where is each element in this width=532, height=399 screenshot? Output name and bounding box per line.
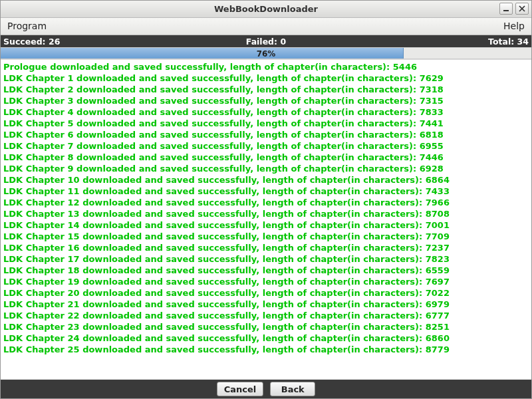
status-total-value: 34	[517, 37, 529, 47]
log-line: LDK Chapter 8 downloaded and saved succe…	[3, 152, 529, 163]
window-controls	[499, 3, 529, 15]
status-failed-label: Failed:	[246, 37, 277, 47]
log-line: LDK Chapter 25 downloaded and saved succ…	[3, 344, 529, 355]
progress-bar: 76%	[1, 47, 531, 59]
log-line: Prologue downloaded and saved successful…	[3, 61, 529, 72]
log-line: LDK Chapter 9 downloaded and saved succe…	[3, 163, 529, 174]
log-line: LDK Chapter 1 downloaded and saved succe…	[3, 72, 529, 84]
log-line: LDK Chapter 10 downloaded and saved succ…	[3, 174, 529, 186]
menu-program[interactable]: Program	[1, 18, 53, 35]
progress-label: 76%	[1, 48, 531, 59]
minimize-icon	[503, 5, 509, 12]
titlebar: WebBookDownloader	[1, 1, 531, 18]
log-line: LDK Chapter 12 downloaded and saved succ…	[3, 197, 529, 208]
status-succeed-label: Succeed:	[3, 37, 46, 47]
log-line: LDK Chapter 14 downloaded and saved succ…	[3, 219, 529, 231]
status-total-label: Total:	[488, 37, 514, 47]
log-line: LDK Chapter 16 downloaded and saved succ…	[3, 242, 529, 253]
log-line: LDK Chapter 21 downloaded and saved succ…	[3, 299, 529, 310]
status-failed: Failed: 0	[178, 37, 353, 47]
menubar-spacer	[53, 18, 497, 35]
log-line: LDK Chapter 22 downloaded and saved succ…	[3, 310, 529, 321]
status-succeed-value: 26	[49, 37, 60, 47]
log-line: LDK Chapter 24 downloaded and saved succ…	[3, 332, 529, 344]
menubar: Program Help	[1, 18, 531, 35]
log-line: LDK Chapter 17 downloaded and saved succ…	[3, 253, 529, 265]
log-line: LDK Chapter 11 downloaded and saved succ…	[3, 186, 529, 197]
minimize-button[interactable]	[499, 3, 513, 15]
close-icon	[519, 5, 525, 12]
menu-help[interactable]: Help	[497, 18, 531, 35]
status-succeed: Succeed: 26	[1, 37, 178, 47]
app-window: WebBookDownloader Program Help Succeed: …	[0, 0, 532, 399]
log-line: LDK Chapter 4 downloaded and saved succe…	[3, 106, 529, 118]
close-button[interactable]	[515, 3, 529, 15]
log-output[interactable]: Prologue downloaded and saved successful…	[1, 59, 531, 380]
log-line: LDK Chapter 18 downloaded and saved succ…	[3, 265, 529, 276]
back-button[interactable]: Back	[270, 382, 315, 396]
cancel-button[interactable]: Cancel	[217, 382, 264, 396]
bottom-bar: Cancel Back	[1, 380, 531, 398]
window-title: WebBookDownloader	[214, 4, 318, 14]
log-line: LDK Chapter 15 downloaded and saved succ…	[3, 231, 529, 242]
log-line: LDK Chapter 20 downloaded and saved succ…	[3, 287, 529, 299]
log-line: LDK Chapter 3 downloaded and saved succe…	[3, 95, 529, 106]
log-line: LDK Chapter 19 downloaded and saved succ…	[3, 276, 529, 287]
log-line: LDK Chapter 13 downloaded and saved succ…	[3, 208, 529, 219]
log-line: LDK Chapter 7 downloaded and saved succe…	[3, 140, 529, 152]
status-bar: Succeed: 26 Failed: 0 Total: 34	[1, 35, 531, 47]
status-failed-value: 0	[280, 37, 286, 47]
log-line: LDK Chapter 6 downloaded and saved succe…	[3, 129, 529, 140]
log-line: LDK Chapter 23 downloaded and saved succ…	[3, 321, 529, 332]
log-line: LDK Chapter 2 downloaded and saved succe…	[3, 84, 529, 95]
log-line: LDK Chapter 5 downloaded and saved succe…	[3, 118, 529, 129]
status-total: Total: 34	[354, 37, 531, 47]
